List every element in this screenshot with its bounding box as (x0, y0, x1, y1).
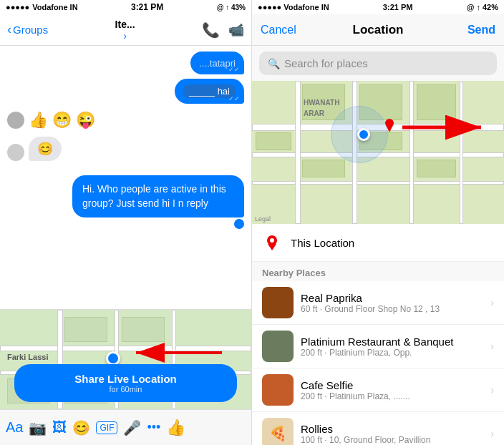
camera-icon[interactable]: 📷 (29, 419, 47, 436)
left-battery: @ ↑ 43% (217, 4, 246, 11)
emoji-in-bubble: 😊 (37, 142, 53, 156)
nav-actions: 📞 📹 (202, 21, 244, 39)
place-row-0[interactable]: Real Paprika 60 ft · Ground Floor Shop N… (252, 281, 504, 325)
legal-text: Legal (255, 215, 271, 222)
map-label-wanath: HWANATH (304, 99, 339, 107)
left-signal: ●●●●● (6, 3, 29, 11)
place-arrow-3: › (490, 428, 494, 439)
place-arrow-1: › (490, 341, 494, 352)
rollies-logo: 🍕 (269, 425, 287, 442)
emoji-display-2: 😁 (52, 111, 72, 129)
back-label: Groups (13, 24, 48, 36)
svg-marker-7 (268, 244, 276, 250)
left-chat-panel: ●●●●● Vodafone IN 3:21 PM @ ↑ 43% ‹ Grou… (0, 0, 252, 445)
red-arrow-right-container (395, 109, 495, 148)
location-blue-dot (106, 351, 120, 366)
messages-area: ....tatapri _____ hai 👍 😁 😜 😊 (0, 46, 251, 309)
left-carrier-text: Vodafone IN (32, 3, 77, 11)
right-signal: ●●●●● (258, 3, 281, 11)
send-button[interactable]: Send (452, 24, 495, 36)
place-arrow-2: › (490, 384, 494, 396)
location-title: Location (304, 23, 452, 37)
map-block-1 (64, 317, 107, 342)
place-thumb-0 (262, 287, 294, 318)
mr-block-6 (302, 160, 345, 177)
place-detail-0: 60 ft · Ground Floor Shop No 12 , 13 (301, 304, 483, 314)
place-thumb-2 (262, 374, 294, 406)
place-arrow-0: › (490, 297, 494, 308)
red-pin-container (384, 118, 394, 131)
search-bar-area: 🔍 Search for places (252, 46, 504, 81)
thumbs-up-icon[interactable]: 👍 (166, 419, 185, 437)
search-bar[interactable]: 🔍 Search for places (259, 52, 497, 75)
message-bubble-1: ....tatapri (190, 52, 244, 74)
mic-icon[interactable]: 🎤 (123, 419, 141, 436)
pin-svg (384, 118, 394, 132)
map-label-farki: Farki Lassi (7, 353, 48, 361)
share-live-button[interactable]: Share Live Location for 60min (14, 364, 237, 402)
place-thumb-3: 🍕 (262, 418, 294, 445)
place-row-3[interactable]: 🍕 Rollies 100 ft · 10, Ground Floor, Pav… (252, 412, 504, 445)
big-msg-text: Hi. Who people are active in this group?… (82, 183, 226, 209)
photo-icon[interactable]: 🖼 (52, 419, 67, 436)
place-info-3: Rollies 100 ft · 10, Ground Floor, Pavil… (301, 423, 483, 445)
place-row-2[interactable]: Cafe Selfie 200 ft · Platinium Plaza, ..… (252, 368, 504, 412)
place-name-1: Platinium Restaurant & Banquet (301, 336, 483, 348)
mr-road-v4 (460, 81, 463, 224)
map-label-ar: ARAR (304, 109, 324, 117)
place-row-1[interactable]: Platinium Restaurant & Banquet 200 ft · … (252, 325, 504, 368)
right-carrier-text: Vodafone IN (284, 3, 329, 11)
video-icon[interactable]: 📹 (228, 22, 244, 38)
place-detail-1: 200 ft · Platinium Plaza, Opp. (301, 348, 483, 358)
map-area-right[interactable]: HWANATH ARAR (252, 81, 504, 224)
msg-text-1: ....tatapri (199, 58, 236, 69)
map-right-inner: HWANATH ARAR (252, 81, 504, 224)
left-time: 3:21 PM (131, 2, 163, 12)
blue-dot-right (357, 128, 370, 141)
share-live-sublabel: for 60min (23, 385, 228, 393)
left-status-bar: ●●●●● Vodafone IN 3:21 PM @ ↑ 43% (0, 0, 251, 14)
phone-icon[interactable]: 📞 (202, 21, 220, 39)
chat-toolbar: Aa 📷 🖼 😊 GIF 🎤 ••• 👍 (0, 409, 251, 445)
avatar (7, 144, 24, 161)
nav-title-area: Ite... › (52, 19, 198, 41)
chevron-left-icon: ‹ (7, 22, 11, 37)
place-info-1: Platinium Restaurant & Banquet 200 ft · … (301, 336, 483, 358)
gif-button[interactable]: GIF (96, 421, 117, 434)
aa-button[interactable]: Aa (6, 419, 23, 436)
back-button[interactable]: ‹ Groups (7, 22, 48, 37)
mr-road-v1 (295, 81, 301, 224)
red-arrow-right-svg (395, 109, 495, 145)
place-thumb-1 (262, 331, 294, 362)
search-icon: 🔍 (268, 58, 280, 69)
big-message-container: Hi. Who people are active in this group?… (72, 175, 244, 217)
message-bubble-2: _____ hai (175, 79, 244, 104)
svg-marker-3 (386, 125, 393, 132)
this-location-row[interactable]: This Location (252, 224, 504, 262)
title-chevron: › (123, 30, 127, 41)
right-nav-bar: Cancel Location Send (252, 14, 504, 46)
cancel-button[interactable]: Cancel (261, 24, 304, 36)
red-pin (384, 118, 394, 131)
emoji-icon[interactable]: 😊 (72, 419, 90, 436)
right-bubble-2: _____ hai (175, 79, 244, 104)
emoji-display: 👍 (29, 111, 48, 129)
place-detail-2: 200 ft · Platinium Plaza, ....... (301, 391, 483, 401)
search-input[interactable]: Search for places (284, 57, 368, 69)
more-icon[interactable]: ••• (147, 420, 160, 435)
share-live-label: Share Live Location (23, 373, 228, 385)
left-nav-bar: ‹ Groups Ite... › 📞 📹 (0, 14, 251, 46)
location-list[interactable]: This Location Nearby Places Real Paprika… (252, 224, 504, 445)
message-row-left: 😊 (7, 137, 62, 161)
map-thumbnail[interactable]: Farki Lassi Share Live Location for 60mi… (0, 309, 251, 409)
place-detail-3: 100 ft · 10, Ground Floor, Pavillion (301, 435, 483, 445)
seen-icon (234, 219, 244, 229)
chat-title: Ite... (115, 19, 135, 30)
pin-icon-svg (266, 235, 278, 250)
right-carrier: ●●●●● Vodafone IN (258, 3, 329, 11)
place-name-0: Real Paprika (301, 292, 483, 304)
emoji-row: 👍 😁 😜 (7, 108, 244, 132)
svg-point-8 (270, 238, 274, 243)
mr-road-v3 (410, 81, 414, 224)
mr-block-7 (417, 160, 456, 177)
